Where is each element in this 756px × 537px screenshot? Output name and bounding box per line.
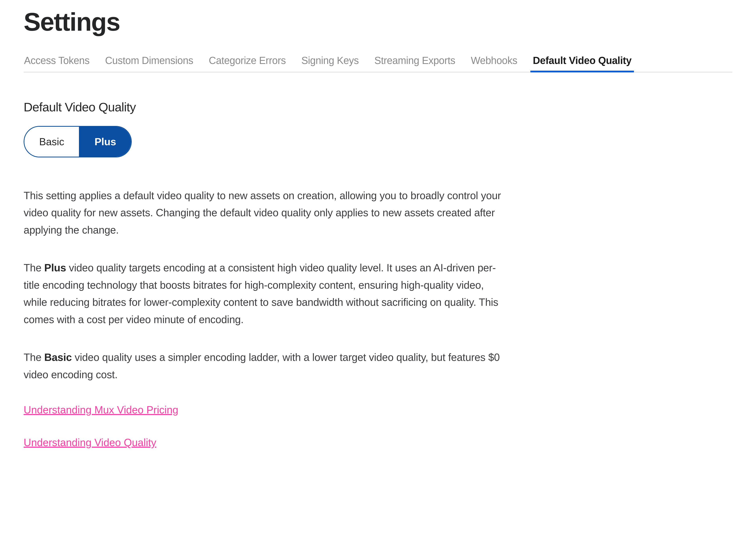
quality-option-basic[interactable]: Basic: [24, 127, 79, 157]
tab-webhooks[interactable]: Webhooks: [470, 55, 517, 72]
quality-option-plus[interactable]: Plus: [79, 127, 131, 157]
description-body: This setting applies a default video qua…: [23, 187, 502, 469]
description-paragraph-1: This setting applies a default video qua…: [23, 187, 502, 238]
link-understanding-pricing[interactable]: Understanding Mux Video Pricing: [23, 404, 178, 416]
para2-prefix: The: [23, 262, 44, 273]
description-paragraph-3: The Basic video quality uses a simpler e…: [23, 349, 502, 383]
link-understanding-video-quality[interactable]: Understanding Video Quality: [23, 436, 156, 448]
para3-rest: video quality uses a simpler encoding la…: [23, 351, 500, 380]
tab-streaming-exports[interactable]: Streaming Exports: [374, 55, 456, 72]
para3-prefix: The: [23, 351, 44, 363]
tab-categorize-errors[interactable]: Categorize Errors: [208, 55, 286, 72]
para2-bold: Plus: [44, 262, 66, 273]
tab-default-video-quality[interactable]: Default Video Quality: [532, 55, 632, 72]
description-paragraph-2: The Plus video quality targets encoding …: [23, 259, 502, 328]
tab-custom-dimensions[interactable]: Custom Dimensions: [105, 55, 194, 72]
settings-tabbar: Access Tokens Custom Dimensions Categori…: [23, 54, 733, 72]
video-quality-toggle: Basic Plus: [23, 126, 132, 157]
para3-bold: Basic: [44, 351, 72, 363]
section-heading: Default Video Quality: [23, 100, 733, 114]
page-title: Settings: [23, 8, 733, 36]
tab-signing-keys[interactable]: Signing Keys: [301, 55, 359, 72]
tab-access-tokens[interactable]: Access Tokens: [23, 55, 90, 72]
para2-rest: video quality targets encoding at a cons…: [23, 262, 498, 325]
